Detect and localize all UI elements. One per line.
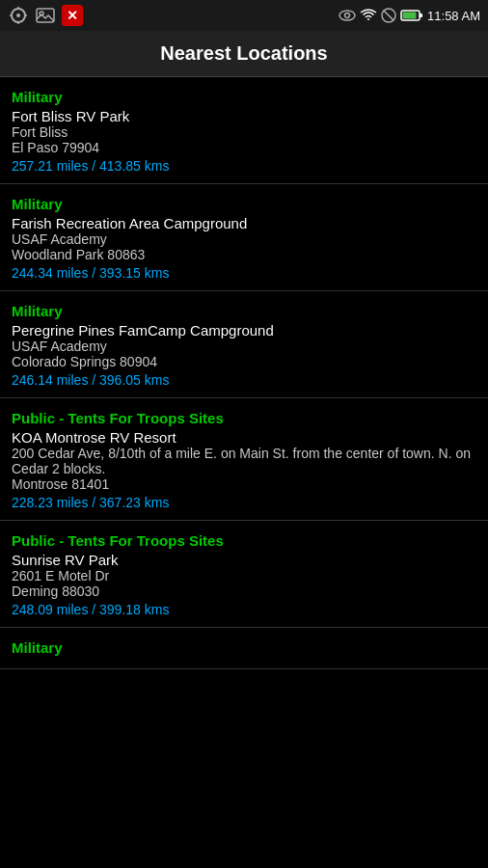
eye-icon xyxy=(339,9,356,22)
location-city: Woodland Park 80863 xyxy=(12,247,476,262)
status-right-icons: 11:58 AM xyxy=(339,8,480,23)
list-item[interactable]: Military Farish Recreation Area Campgrou… xyxy=(0,184,488,291)
no-signal-icon xyxy=(381,8,396,23)
category-label: Public - Tents For Troops Sites xyxy=(12,532,476,549)
category-label: Public - Tents For Troops Sites xyxy=(12,410,476,426)
location-address: 200 Cedar Ave, 8/10th of a mile E. on Ma… xyxy=(12,446,476,476)
distance-label: 244.34 miles / 393.15 kms xyxy=(12,265,476,281)
svg-rect-6 xyxy=(37,9,54,22)
clock-time: 11:58 AM xyxy=(427,9,480,23)
page-title: Nearest Locations xyxy=(160,42,327,64)
category-label: Military xyxy=(12,303,476,319)
status-left-icons: ✕ xyxy=(8,5,83,26)
location-city: Montrose 81401 xyxy=(12,476,476,492)
distance-label: 228.23 miles / 367.23 kms xyxy=(12,495,476,510)
location-sub: USAF Academy xyxy=(12,231,476,247)
svg-point-1 xyxy=(16,14,20,17)
list-item[interactable]: Public - Tents For Troops Sites KOA Mont… xyxy=(0,398,488,521)
svg-rect-13 xyxy=(403,13,417,19)
svg-point-9 xyxy=(345,14,350,18)
battery-icon xyxy=(400,9,423,22)
location-sub: Fort Bliss xyxy=(12,124,476,140)
list-item[interactable]: Military Peregrine Pines FamCamp Campgro… xyxy=(0,291,488,398)
location-city: Colorado Springs 80904 xyxy=(12,354,476,369)
category-label: Military xyxy=(12,196,476,212)
location-sub: USAF Academy xyxy=(12,339,476,354)
list-item[interactable]: Military xyxy=(0,628,488,669)
distance-label: 257.21 miles / 413.85 kms xyxy=(12,158,476,174)
distance-label: 248.09 miles / 399.18 kms xyxy=(12,602,476,617)
location-city: El Paso 79904 xyxy=(12,140,476,155)
category-label: Military xyxy=(12,89,476,105)
location-sub: 2601 E Motel Dr xyxy=(12,568,476,583)
list-item[interactable]: Public - Tents For Troops Sites Sunrise … xyxy=(0,521,488,628)
status-bar: ✕ 11:58 AM xyxy=(0,0,488,31)
header: Nearest Locations xyxy=(0,31,488,77)
svg-point-8 xyxy=(339,11,355,20)
distance-label: 246.14 miles / 396.05 kms xyxy=(12,372,476,388)
location-name: Fort Bliss RV Park xyxy=(12,108,476,124)
location-icon xyxy=(8,5,29,26)
list-item[interactable]: Military Fort Bliss RV Park Fort Bliss E… xyxy=(0,77,488,184)
close-notification-icon[interactable]: ✕ xyxy=(62,5,83,26)
photo-icon xyxy=(35,5,56,26)
location-name: Peregrine Pines FamCamp Campground xyxy=(12,322,476,339)
location-name: KOA Montrose RV Resort xyxy=(12,429,476,446)
svg-rect-14 xyxy=(420,14,422,17)
svg-line-11 xyxy=(384,11,394,21)
location-city: Deming 88030 xyxy=(12,583,476,599)
location-name: Sunrise RV Park xyxy=(12,552,476,568)
location-name: Farish Recreation Area Campground xyxy=(12,215,476,231)
locations-list: Military Fort Bliss RV Park Fort Bliss E… xyxy=(0,77,488,866)
wifi-icon xyxy=(360,9,377,22)
category-label: Military xyxy=(12,639,476,656)
